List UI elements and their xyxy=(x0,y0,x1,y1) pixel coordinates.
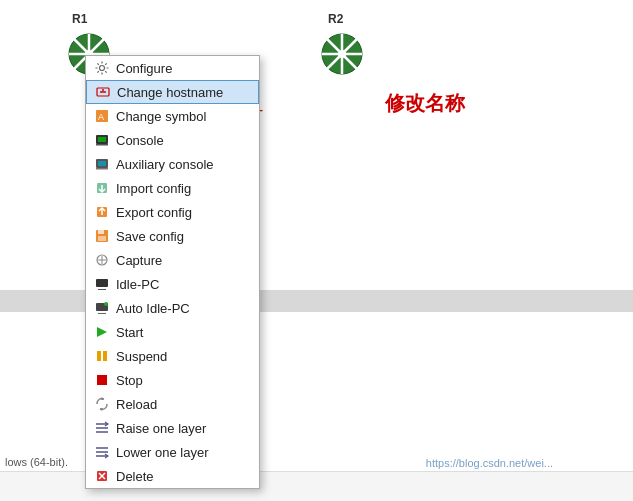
r1-label: R1 xyxy=(72,12,87,26)
suspend-label: Suspend xyxy=(116,349,167,364)
reload-icon xyxy=(94,396,110,412)
menu-item-configure[interactable]: Configure xyxy=(86,56,259,80)
save-config-label: Save config xyxy=(116,229,184,244)
save-config-icon xyxy=(94,228,110,244)
svg-rect-41 xyxy=(103,351,107,361)
svg-rect-35 xyxy=(98,289,106,290)
start-icon xyxy=(94,324,110,340)
svg-point-38 xyxy=(104,302,108,306)
start-label: Start xyxy=(116,325,143,340)
menu-item-start[interactable]: Start xyxy=(86,320,259,344)
svg-rect-29 xyxy=(98,230,104,234)
annotation-text: 修改名称 xyxy=(385,90,465,117)
r2-label: R2 xyxy=(328,12,343,26)
svg-point-15 xyxy=(102,89,104,91)
svg-rect-42 xyxy=(97,375,107,385)
idle-pc-icon xyxy=(94,276,110,292)
console-icon xyxy=(94,132,110,148)
raise-layer-label: Raise one layer xyxy=(116,421,206,436)
menu-item-reload[interactable]: Reload xyxy=(86,392,259,416)
svg-marker-39 xyxy=(97,327,107,337)
watermark-url: https://blog.csdn.net/wei... xyxy=(426,457,553,469)
menu-item-change-hostname[interactable]: Change hostname xyxy=(86,80,259,104)
capture-icon xyxy=(94,252,110,268)
configure-label: Configure xyxy=(116,61,172,76)
menu-item-change-symbol[interactable]: A Change symbol xyxy=(86,104,259,128)
configure-icon xyxy=(94,60,110,76)
export-config-label: Export config xyxy=(116,205,192,220)
lower-layer-label: Lower one layer xyxy=(116,445,209,460)
console-label: Console xyxy=(116,133,164,148)
menu-item-save-config[interactable]: Save config xyxy=(86,224,259,248)
svg-rect-20 xyxy=(96,144,108,146)
export-config-icon xyxy=(94,204,110,220)
menu-item-lower-layer[interactable]: Lower one layer xyxy=(86,440,259,464)
menu-item-stop[interactable]: Stop xyxy=(86,368,259,392)
r2-router-icon[interactable] xyxy=(318,30,366,78)
auto-idle-pc-icon xyxy=(94,300,110,316)
aux-console-icon xyxy=(94,156,110,172)
svg-point-11 xyxy=(338,50,346,58)
import-config-icon xyxy=(94,180,110,196)
reload-label: Reload xyxy=(116,397,157,412)
svg-text:A: A xyxy=(98,112,104,122)
lower-layer-icon xyxy=(94,444,110,460)
svg-rect-40 xyxy=(97,351,101,361)
import-config-label: Import config xyxy=(116,181,191,196)
canvas-area: R1 R2 ← 修改名称 xyxy=(0,0,633,501)
svg-rect-30 xyxy=(98,236,106,241)
suspend-icon xyxy=(94,348,110,364)
svg-rect-34 xyxy=(96,279,108,287)
change-symbol-icon: A xyxy=(94,108,110,124)
stop-label: Stop xyxy=(116,373,143,388)
menu-item-console[interactable]: Console xyxy=(86,128,259,152)
menu-item-import-config[interactable]: Import config xyxy=(86,176,259,200)
menu-item-suspend[interactable]: Suspend xyxy=(86,344,259,368)
change-hostname-icon xyxy=(95,84,111,100)
auto-idle-pc-label: Auto Idle-PC xyxy=(116,301,190,316)
svg-rect-19 xyxy=(98,137,106,142)
svg-rect-37 xyxy=(98,313,106,314)
svg-rect-23 xyxy=(96,168,108,170)
change-hostname-label: Change hostname xyxy=(117,85,223,100)
capture-label: Capture xyxy=(116,253,162,268)
idle-pc-label: Idle-PC xyxy=(116,277,159,292)
menu-item-delete[interactable]: Delete xyxy=(86,464,259,488)
aux-console-label: Auxiliary console xyxy=(116,157,214,172)
change-symbol-label: Change symbol xyxy=(116,109,206,124)
menu-item-raise-layer[interactable]: Raise one layer xyxy=(86,416,259,440)
menu-item-aux-console[interactable]: Auxiliary console xyxy=(86,152,259,176)
menu-item-idle-pc[interactable]: Idle-PC xyxy=(86,272,259,296)
svg-rect-22 xyxy=(98,161,106,166)
stop-icon xyxy=(94,372,110,388)
bottom-left-text: lows (64-bit). xyxy=(5,456,68,468)
raise-layer-icon xyxy=(94,420,110,436)
menu-item-auto-idle-pc[interactable]: Auto Idle-PC xyxy=(86,296,259,320)
context-menu: Configure Change hostname A Change symbo… xyxy=(85,55,260,489)
delete-icon xyxy=(94,468,110,484)
svg-point-12 xyxy=(100,66,105,71)
menu-item-capture[interactable]: Capture xyxy=(86,248,259,272)
delete-label: Delete xyxy=(116,469,154,484)
menu-item-export-config[interactable]: Export config xyxy=(86,200,259,224)
